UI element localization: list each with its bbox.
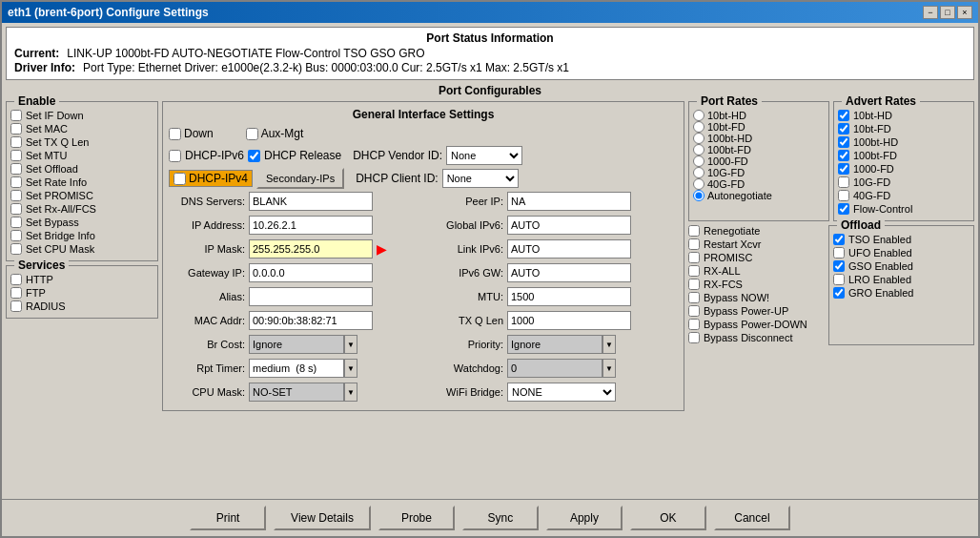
adv-40g-fd-check[interactable]	[838, 190, 849, 201]
cb-set-rx-all-fcs-check[interactable]	[10, 203, 22, 215]
rate-100bt-fd: 100bt-FD	[693, 144, 825, 155]
alias-input[interactable]	[249, 287, 373, 306]
cb-set-mac-check[interactable]	[10, 123, 22, 134]
aux-mgt-checkbox[interactable]	[246, 128, 258, 140]
secondary-ips-button[interactable]: Secondary-IPs	[256, 168, 344, 189]
adv-10bt-fd-check[interactable]	[838, 123, 849, 134]
cb-gro: GRO Enabled	[833, 287, 970, 299]
probe-button[interactable]: Probe	[378, 506, 455, 530]
ipv6-gw-row: IPv6 GW:	[427, 263, 678, 282]
cpu-mask-dropdown-btn[interactable]: ▼	[344, 383, 357, 402]
cb-rx-all-check[interactable]	[688, 265, 700, 277]
global-ipv6-row: Global IPv6:	[427, 216, 678, 235]
link-ipv6-input[interactable]	[507, 239, 631, 259]
cb-promisc-check[interactable]	[688, 252, 700, 263]
cb-ftp-check[interactable]	[10, 287, 22, 299]
cb-tso-check[interactable]	[833, 234, 845, 245]
rate-10bt-hd-radio[interactable]	[693, 110, 704, 121]
dhcp-client-id-select[interactable]: None	[442, 169, 519, 188]
cb-set-rate-info-check[interactable]	[10, 176, 22, 188]
cb-http: HTTP	[10, 274, 153, 285]
ipv6-gw-input[interactable]	[507, 263, 631, 282]
cb-set-if-down-check[interactable]	[10, 110, 22, 121]
cb-set-bridge-info-check[interactable]	[10, 230, 22, 241]
rate-100bt-fd-radio[interactable]	[693, 144, 704, 155]
ip-address-input[interactable]	[249, 216, 373, 235]
gateway-ip-label: Gateway IP:	[169, 267, 245, 279]
close-button[interactable]: ×	[957, 6, 972, 19]
wifi-bridge-select[interactable]: NONE	[507, 383, 616, 402]
cb-rx-fcs-check[interactable]	[688, 279, 700, 290]
cancel-button[interactable]: Cancel	[714, 506, 790, 530]
print-button[interactable]: Print	[190, 506, 266, 530]
priority-input[interactable]	[507, 335, 602, 354]
adv-flow-control-check[interactable]	[838, 203, 849, 215]
rate-100bt-hd-radio[interactable]	[693, 133, 704, 144]
cb-bypass-power-down-check[interactable]	[688, 319, 700, 330]
adv-10bt-hd-check[interactable]	[838, 110, 849, 121]
cb-restart-xcvr-check[interactable]	[688, 238, 700, 250]
adv-100bt-fd-check[interactable]	[838, 150, 849, 161]
apply-button[interactable]: Apply	[546, 506, 623, 530]
mac-addr-input[interactable]	[249, 311, 373, 330]
dhcp-ipv4-checkbox[interactable]	[174, 173, 186, 185]
rpt-timer-input[interactable]	[249, 359, 344, 378]
cb-bypass-now-check[interactable]	[688, 292, 700, 303]
rate-1000-fd-radio[interactable]	[693, 155, 704, 167]
offload-title: Offload	[837, 218, 885, 232]
dns-servers-input[interactable]	[249, 192, 373, 211]
rate-autoneg-radio[interactable]	[693, 190, 704, 201]
watchdog-input[interactable]	[507, 359, 602, 378]
dhcp-vendor-id-select[interactable]: None	[446, 146, 522, 165]
adv-10g-fd-check[interactable]	[838, 176, 849, 188]
watchdog-dropdown-btn[interactable]: ▼	[602, 359, 616, 378]
cpu-mask-input[interactable]	[249, 383, 344, 402]
peer-ip-input[interactable]	[507, 192, 631, 211]
ok-button[interactable]: OK	[630, 506, 706, 530]
rate-100bt-hd: 100bt-HD	[693, 133, 825, 144]
wifi-bridge-label: WiFi Bridge:	[427, 386, 503, 398]
rpt-timer-combo: ▼	[249, 359, 357, 378]
cb-gro-check[interactable]	[833, 287, 845, 299]
tx-q-len-input[interactable]	[507, 311, 631, 330]
sync-button[interactable]: Sync	[462, 506, 539, 530]
mtu-input[interactable]	[507, 287, 631, 306]
cb-lro-check[interactable]	[833, 274, 845, 285]
cb-gso-check[interactable]	[833, 260, 845, 272]
rates-row: Port Rates 10bt-HD 10bt-FD 100bt-HD 100b…	[688, 101, 974, 221]
global-ipv6-label: Global IPv6:	[427, 219, 503, 231]
cb-renegotiate-check[interactable]	[688, 225, 700, 237]
br-cost-dropdown-btn[interactable]: ▼	[344, 335, 357, 354]
rate-10bt-fd-radio[interactable]	[693, 121, 704, 133]
adv-100bt-hd-check[interactable]	[838, 136, 849, 148]
priority-dropdown-btn[interactable]: ▼	[602, 335, 616, 354]
cb-radius-check[interactable]	[10, 300, 22, 312]
br-cost-input[interactable]	[249, 335, 344, 354]
cb-set-tx-q-len-check[interactable]	[10, 136, 22, 148]
view-details-button[interactable]: View Details	[274, 506, 371, 530]
rate-10g-fd-radio[interactable]	[693, 167, 704, 178]
cb-bypass-power-up-check[interactable]	[688, 305, 700, 317]
down-check-wrap: Down	[169, 127, 214, 140]
rpt-timer-dropdown-btn[interactable]: ▼	[344, 359, 357, 378]
global-ipv6-input[interactable]	[507, 216, 631, 235]
minimize-button[interactable]: −	[923, 6, 938, 19]
down-checkbox[interactable]	[169, 128, 181, 140]
cb-set-promisc-check[interactable]	[10, 190, 22, 201]
dhcp-release-checkbox[interactable]	[248, 150, 260, 162]
maximize-button[interactable]: □	[940, 6, 955, 19]
gateway-ip-input[interactable]	[249, 263, 373, 282]
cb-set-bypass-check[interactable]	[10, 217, 22, 228]
ip-mask-input[interactable]	[249, 239, 373, 259]
cb-bypass-disconnect-check[interactable]	[688, 332, 700, 343]
cb-set-cpu-mask-check[interactable]	[10, 243, 22, 255]
dhcp-ipv6-checkbox[interactable]	[169, 150, 181, 162]
cb-http-check[interactable]	[10, 274, 22, 285]
rate-40g-fd-radio[interactable]	[693, 178, 704, 190]
cb-set-mtu-check[interactable]	[10, 150, 22, 161]
adv-1000-fd-check[interactable]	[838, 163, 849, 175]
cb-set-rx-all-fcs-label: Set Rx-All/FCS	[26, 203, 96, 215]
mac-addr-row: MAC Addr:	[169, 311, 419, 330]
cb-ufo-check[interactable]	[833, 247, 845, 259]
cb-set-offload-check[interactable]	[10, 163, 22, 175]
